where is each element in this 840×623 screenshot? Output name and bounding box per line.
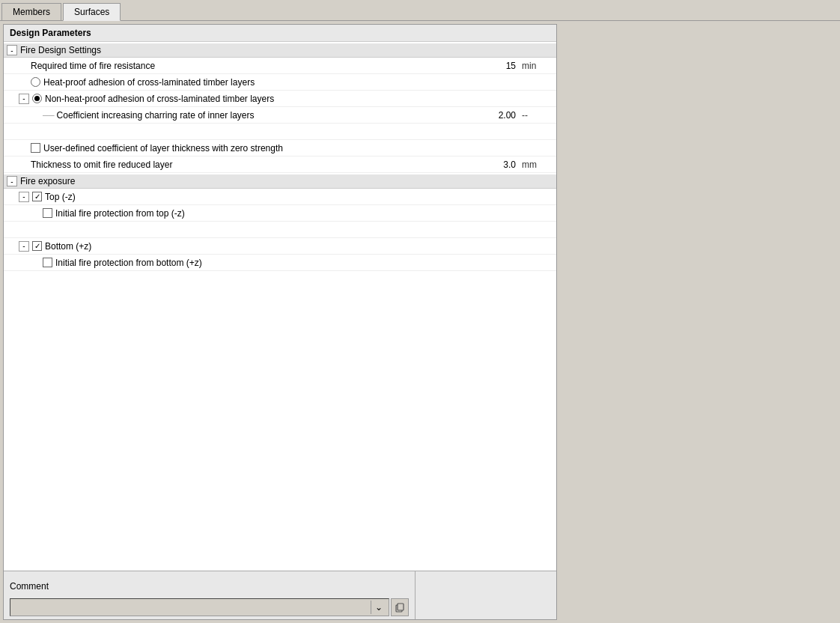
coeff-charring-unit: --	[519, 110, 556, 121]
design-params-header: Design Parameters	[4, 25, 556, 42]
comment-dropdown-btn[interactable]: ⌄	[371, 601, 386, 614]
tab-members[interactable]: Members	[1, 3, 61, 20]
required-time-value[interactable]: 15	[474, 61, 519, 71]
fire-exposure-label: Fire exposure	[20, 176, 75, 186]
content-area: Design Parameters - Fire Design Settings…	[0, 21, 840, 623]
main-container: Members Surfaces Design Parameters - Fir…	[0, 0, 840, 623]
initial-fire-top-row: Initial fire protection from top (-z)	[4, 205, 556, 222]
thickness-omit-value[interactable]: 3.0	[474, 159, 519, 170]
heat-proof-row: Heat-proof adhesion of cross-laminated t…	[4, 74, 556, 91]
heat-proof-label: Heat-proof adhesion of cross-laminated t…	[4, 77, 474, 88]
initial-fire-bottom-checkbox[interactable]	[43, 258, 52, 267]
top-subsection-row: - Top (-z)	[4, 189, 556, 205]
initial-fire-bottom-row: Initial fire protection from bottom (+z)	[4, 255, 556, 271]
fire-design-settings-section[interactable]: - Fire Design Settings	[4, 43, 556, 58]
comment-input-area[interactable]: ⌄	[10, 598, 389, 616]
svg-rect-1	[398, 604, 404, 610]
thickness-omit-label: Thickness to omit fire reduced layer	[4, 159, 474, 170]
fire-design-settings-label: Fire Design Settings	[20, 45, 101, 55]
bottom-subsection-row: - Bottom (+z)	[4, 238, 556, 255]
tab-surfaces[interactable]: Surfaces	[63, 3, 121, 21]
comment-input[interactable]	[13, 602, 371, 613]
bottom-subsection-label: - Bottom (+z)	[4, 241, 474, 252]
coeff-charring-row: ── Coefficient increasing charring rate …	[4, 107, 556, 124]
required-time-row: Required time of fire resistance 15 min	[4, 58, 556, 74]
tree-connector-icon: ──	[43, 111, 55, 120]
top-checkbox[interactable]	[32, 192, 42, 201]
collapse-fire-design-btn[interactable]: -	[7, 45, 17, 55]
collapse-non-heat-btn[interactable]: -	[19, 94, 29, 104]
user-defined-row: User-defined coefficient of layer thickn…	[4, 140, 556, 156]
copy-icon	[395, 602, 405, 613]
coeff-charring-value[interactable]: 2.00	[474, 110, 519, 121]
tree-content: - Fire Design Settings Required time of …	[4, 42, 556, 571]
bottom-right	[416, 571, 556, 619]
comment-label: Comment	[10, 581, 49, 592]
user-defined-checkbox[interactable]	[31, 143, 40, 153]
initial-fire-top-checkbox[interactable]	[43, 208, 52, 218]
non-heat-proof-row: - Non-heat-proof adhesion of cross-lamin…	[4, 91, 556, 107]
collapse-bottom-btn[interactable]: -	[19, 241, 29, 252]
initial-fire-top-label: Initial fire protection from top (-z)	[4, 208, 474, 219]
user-defined-label: User-defined coefficient of layer thickn…	[4, 143, 474, 154]
collapse-fire-exposure-btn[interactable]: -	[7, 176, 17, 186]
spacer-row-2	[4, 222, 556, 238]
right-panel	[560, 21, 840, 623]
fire-exposure-section[interactable]: - Fire exposure	[4, 174, 556, 189]
thickness-omit-unit: mm	[519, 159, 556, 170]
thickness-omit-row: Thickness to omit fire reduced layer 3.0…	[4, 156, 556, 173]
left-panel: Design Parameters - Fire Design Settings…	[3, 24, 557, 620]
coeff-charring-label: ── Coefficient increasing charring rate …	[4, 110, 474, 121]
bottom-checkbox[interactable]	[32, 241, 42, 251]
required-time-unit: min	[519, 61, 556, 71]
non-heat-proof-radio[interactable]	[32, 94, 42, 103]
spacer-row-1	[4, 124, 556, 140]
comment-copy-btn[interactable]	[391, 598, 409, 616]
bottom-section: Comment ⌄	[4, 571, 556, 619]
heat-proof-radio[interactable]	[31, 77, 40, 87]
initial-fire-bottom-label: Initial fire protection from bottom (+z)	[4, 258, 474, 268]
non-heat-proof-label: - Non-heat-proof adhesion of cross-lamin…	[4, 94, 474, 104]
required-time-label: Required time of fire resistance	[4, 61, 474, 71]
top-subsection-label: - Top (-z)	[4, 192, 474, 202]
collapse-top-btn[interactable]: -	[19, 192, 29, 202]
comment-area: Comment ⌄	[4, 571, 416, 619]
tab-bar: Members Surfaces	[0, 0, 840, 21]
